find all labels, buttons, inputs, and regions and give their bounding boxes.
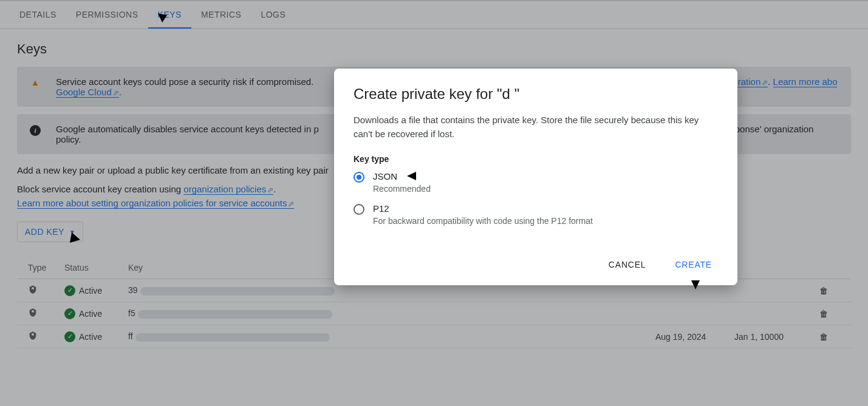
dialog-title: Create private key for "d " xyxy=(354,86,718,103)
radio-icon xyxy=(354,204,364,215)
cancel-button[interactable]: CANCEL xyxy=(603,255,652,274)
radio-p12-label: P12 xyxy=(373,203,593,214)
create-button[interactable]: CREATE xyxy=(669,255,718,274)
create-key-dialog: Create private key for "d " Downloads a … xyxy=(334,69,737,285)
radio-p12[interactable]: P12 For backward compatibility with code… xyxy=(354,203,718,226)
radio-json-sub: Recommended xyxy=(373,184,431,194)
radio-json-label: JSON xyxy=(373,171,431,181)
key-type-label: Key type xyxy=(354,154,718,164)
radio-json[interactable]: JSON Recommended xyxy=(354,171,718,194)
dialog-description: Downloads a file that contains the priva… xyxy=(354,113,718,141)
radio-p12-sub: For backward compatibility with code usi… xyxy=(373,216,593,226)
radio-icon xyxy=(354,172,364,183)
